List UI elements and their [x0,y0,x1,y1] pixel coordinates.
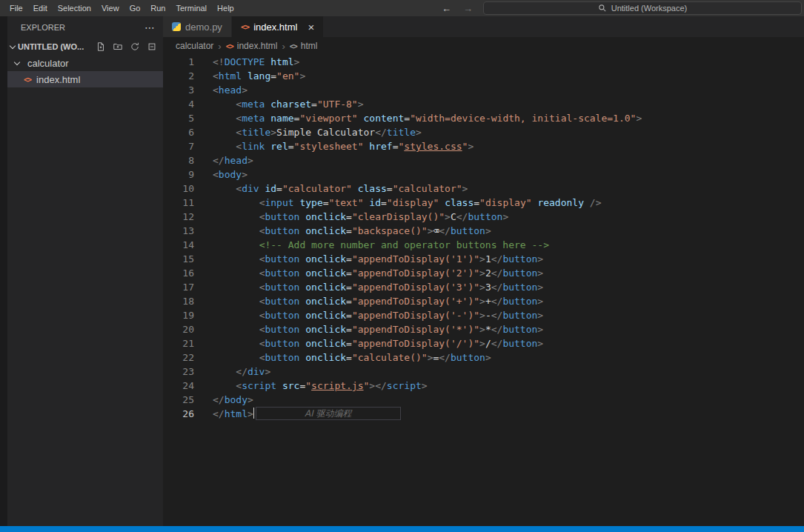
code-line: 15 <button onclick="appendToDisplay('1')… [163,252,804,266]
menu-terminal[interactable]: Terminal [171,4,213,13]
code-text: <button onclick="appendToDisplay('/')">/… [200,336,543,350]
code-line: 12 <button onclick="clearDisplay()">C</b… [163,210,804,224]
line-number[interactable]: 23 [163,365,200,379]
line-number[interactable]: 8 [163,153,200,167]
code-editor[interactable]: 1<!DOCTYPE html>2<html lang="en">3<head>… [163,55,804,526]
workspace-section-label: UNTITLED (WO... [18,42,84,51]
code-text: <body> [200,167,247,182]
tree-item-label: calculator [27,58,69,69]
line-number[interactable]: 21 [163,336,200,350]
code-text: <!-- Add more number and operator button… [200,238,549,252]
menu-edit[interactable]: Edit [28,4,53,13]
line-number[interactable]: 22 [163,350,200,365]
line-number[interactable]: 6 [163,125,200,139]
refresh-icon[interactable] [130,41,140,52]
code-text: <button onclick="clearDisplay()">C</butt… [200,210,508,224]
code-text: <input type="text" id="display" class="d… [200,196,601,210]
code-text: <!DOCTYPE html> [200,55,299,69]
more-actions-icon[interactable]: ⋯ [144,21,156,33]
line-number[interactable]: 17 [163,280,200,294]
nav-back-icon[interactable]: ← [442,3,451,14]
menu-file[interactable]: File [4,4,28,13]
code-text: <button onclick="appendToDisplay('+')">+… [200,294,543,308]
line-number[interactable]: 15 [163,252,200,266]
code-line: 19 <button onclick="appendToDisplay('-')… [163,308,804,322]
workspace-title: Untitled (Workspace) [611,4,688,13]
code-line: 17 <button onclick="appendToDisplay('3')… [163,280,804,294]
breadcrumb-label: index.html [237,41,278,51]
line-number[interactable]: 12 [163,210,200,224]
code-text: <title>Simple Calculator</title> [200,125,422,139]
code-text: <link rel="stylesheet" href="styles.css"… [200,139,474,153]
explorer-header: EXPLORER ⋯ [7,16,163,39]
activity-bar-edge [0,16,7,526]
html-icon: <> [24,76,31,84]
code-line: 9<body> [163,167,804,182]
line-number[interactable]: 24 [163,379,200,393]
code-line: 5 <meta name="viewport" content="width=d… [163,111,804,125]
text-cursor [253,408,254,419]
chevron-down-icon [14,59,20,65]
status-bar [0,526,804,532]
line-number[interactable]: 20 [163,322,200,336]
line-number[interactable]: 16 [163,266,200,280]
editor-group: demo.py<>index.html× calculator›<>index.… [163,16,804,526]
code-text: <script src="script.js"></script> [200,379,428,393]
line-number[interactable]: 25 [163,393,200,407]
line-number[interactable]: 14 [163,238,200,252]
tab-index.html[interactable]: <>index.html× [232,16,324,37]
menu-view[interactable]: View [96,4,124,13]
menu-run[interactable]: Run [145,4,170,13]
code-text: <button onclick="appendToDisplay('1')">1… [200,252,543,266]
tab-demo.py[interactable]: demo.py [163,16,232,37]
code-line: 10 <div id="calculator" class="calculato… [163,182,804,196]
breadcrumb-item-html[interactable]: <>html [290,41,318,51]
line-number[interactable]: 7 [163,139,200,153]
title-bar: FileEditSelectionViewGoRunTerminalHelp ←… [0,0,804,16]
line-number[interactable]: 13 [163,224,200,238]
line-number[interactable]: 3 [163,83,200,97]
breadcrumb-item-index.html[interactable]: <>index.html [226,41,278,51]
line-number[interactable]: 19 [163,308,200,322]
tab-label: demo.py [185,21,222,33]
line-number[interactable]: 9 [163,167,200,182]
menu-help[interactable]: Help [212,4,239,13]
breadcrumb-item-calculator[interactable]: calculator [176,41,213,51]
line-number[interactable]: 1 [163,55,200,69]
command-center-search[interactable]: Untitled (Workspace) [483,1,802,15]
line-number[interactable]: 4 [163,97,200,111]
breadcrumb: calculator›<>index.html›<>html [163,37,804,55]
code-line: 4 <meta charset="UTF-8"> [163,97,804,111]
code-line: 16 <button onclick="appendToDisplay('2')… [163,266,804,280]
collapse-all-icon[interactable] [147,41,157,52]
tree-item-index.html[interactable]: <>index.html [7,71,163,87]
line-number[interactable]: 11 [163,196,200,210]
code-text: <meta name="viewport" content="width=dev… [200,111,642,125]
line-number[interactable]: 18 [163,294,200,308]
code-line: 11 <input type="text" id="display" class… [163,196,804,210]
code-text: <button onclick="appendToDisplay('2')">2… [200,266,543,280]
new-file-icon[interactable] [96,41,106,52]
code-line: 1<!DOCTYPE html> [163,55,804,69]
workspace-section-header[interactable]: UNTITLED (WO... [7,39,163,55]
tree-item-calculator[interactable]: calculator [7,55,163,71]
code-line: 21 <button onclick="appendToDisplay('/')… [163,336,804,350]
line-number[interactable]: 10 [163,182,200,196]
code-line: 3<head> [163,83,804,97]
close-icon[interactable]: × [308,21,314,33]
code-line: 8</head> [163,153,804,167]
line-number[interactable]: 5 [163,111,200,125]
new-folder-icon[interactable] [113,41,123,52]
tree-item-label: index.html [36,74,80,85]
menu-selection[interactable]: Selection [53,4,96,13]
line-number[interactable]: 26 [163,407,200,421]
nav-forward-icon[interactable]: → [463,3,473,14]
html-icon: <> [226,42,233,50]
html-icon: <> [241,22,249,32]
menu-go[interactable]: Go [124,4,146,13]
code-line: 18 <button onclick="appendToDisplay('+')… [163,294,804,308]
code-text: <button onclick="calculate()">=</button> [200,350,491,365]
code-line: 22 <button onclick="calculate()">=</butt… [163,350,804,365]
tab-bar: demo.py<>index.html× [163,16,804,37]
line-number[interactable]: 2 [163,69,200,83]
